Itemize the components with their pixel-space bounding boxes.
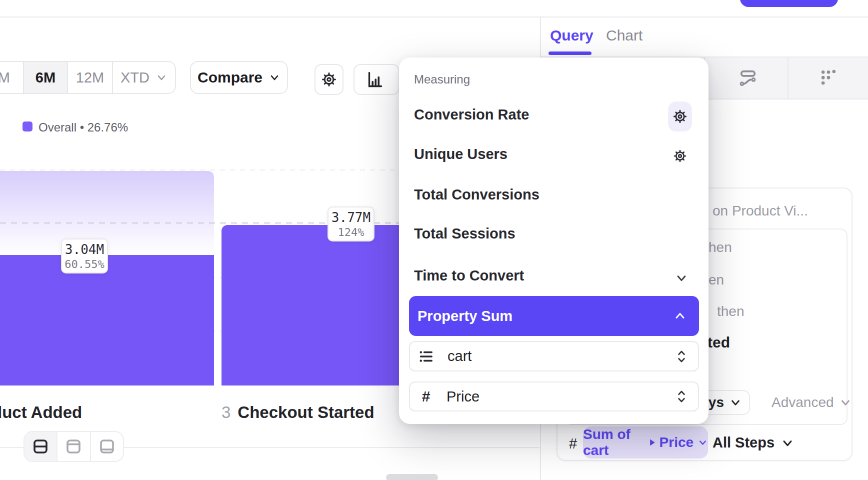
chevron-down-icon [698,436,708,449]
compare-label: Compare [198,69,262,86]
conversion-rate-settings-button[interactable] [668,102,692,132]
advanced-label: Advanced [772,394,834,410]
bar-2-value-tooltip: 3.77M 124% [328,206,374,242]
legend-swatch[interactable] [22,122,32,132]
horizontal-scrollbar-thumb[interactable] [386,474,438,480]
layout-split-icon [32,438,50,456]
range-xtd-label: XTD [120,70,150,86]
all-steps-label: All Steps [712,434,774,451]
date-range-segmented-control: M 6M 12M XTD [0,61,176,94]
flows-view-button[interactable] [708,58,788,98]
bar-1-value: 3.04M [65,242,104,257]
gear-icon [672,108,688,124]
range-12m-button[interactable]: 12M [68,62,113,93]
advanced-dropdown[interactable]: Advanced [772,394,852,410]
bar-2-percent: 124% [338,226,364,238]
chevron-down-icon [780,436,794,450]
bar-2-value: 3.77M [332,210,370,225]
grid-view-button[interactable] [788,58,868,98]
range-3m-button[interactable]: M [0,62,24,93]
all-steps-dropdown[interactable]: All Steps [712,434,794,451]
step-row-fragment: en [708,272,724,288]
tab-chart[interactable]: Chart [606,27,642,44]
range-xtd-button[interactable]: XTD [113,62,175,93]
dots-grid-icon [818,68,838,88]
chart-settings-button[interactable] [314,64,344,95]
menu-item-time-to-convert[interactable]: Time to Convert [414,268,524,284]
chevron-down-icon [268,72,280,84]
chart-type-button[interactable] [354,64,400,95]
layout-bottom-icon [98,438,116,456]
chevron-down-icon[interactable] [674,271,688,285]
chip-property-label: Price [660,434,694,450]
tab-query[interactable]: Query [550,27,594,44]
chevron-down-icon [729,396,742,409]
step-1-label-text: duct Added [0,403,82,422]
chevron-up-icon [673,309,687,323]
chevron-down-icon [839,396,852,409]
range-6m-button[interactable]: 6M [24,62,68,93]
layout-header-top-button[interactable] [58,432,90,461]
app-window: M 6M 12M XTD Compare [0,0,868,480]
step-label-product-added: duct Added [0,403,82,422]
range-12m-label: 12M [76,70,104,86]
list-icon [418,348,434,365]
active-tab-underline [548,52,592,55]
numeric-property-select[interactable]: # Price [409,382,699,412]
gridline [0,170,405,170]
primary-action-button[interactable] [740,0,838,7]
triangle-right-icon [649,438,656,447]
unique-users-settings-button[interactable] [672,148,688,164]
menu-item-property-sum-selected[interactable]: Property Sum [409,296,699,336]
bar-1-percent: 60.55% [64,258,104,270]
tab-query-label: Query [550,27,594,44]
step-row-fragment-selected: ted [708,334,730,351]
layout-split-rows-button[interactable] [24,432,58,461]
property-select[interactable]: cart [409,341,699,372]
header-divider [0,16,868,18]
tab-chart-label: Chart [606,27,642,44]
layout-footer-bottom-button[interactable] [91,432,123,461]
step-2-number: 3 [222,403,230,422]
menu-item-conversion-rate[interactable]: Conversion Rate [414,106,529,123]
layout-top-icon [64,438,82,456]
property-sum-label: Property Sum [418,308,512,324]
popup-title: Measuring [414,72,470,86]
menu-item-unique-users[interactable]: Unique Users [414,146,508,162]
gear-icon [320,71,338,88]
measuring-popup: Measuring Conversion Rate Unique Users [399,58,708,424]
bar-1-value-tooltip: 3.04M 60.55% [61,238,108,274]
funnel-bar-2[interactable] [222,225,405,386]
flow-icon [738,68,758,88]
legend-label[interactable]: Overall • 26.76% [38,120,128,134]
unfold-arrows-icon [675,389,688,404]
menu-item-total-conversions[interactable]: Total Conversions [414,186,540,203]
menu-item-total-sessions[interactable]: Total Sessions [414,226,516,242]
property-select-value: cart [448,348,675,364]
sum-of-property-chip[interactable]: Sum of cart Price [583,426,708,458]
card-title-truncated: on Product Vi... [712,203,808,219]
step-label-checkout-started: 3Checkout Started [222,403,374,422]
measurement-type-icon: # [569,436,577,452]
step-row-fragment: then [717,304,744,320]
bar-chart-icon [366,70,384,88]
layout-toggle-group [24,431,124,462]
gear-icon [672,148,688,164]
number-icon: # [418,388,434,405]
chevron-down-icon [156,72,168,84]
step-2-label-text: Checkout Started [238,403,374,422]
numeric-property-value: Price [446,388,675,405]
unfold-arrows-icon [675,349,688,364]
range-3m-label: M [0,70,10,86]
chip-sum-label: Sum of cart [583,426,645,458]
step-row-fragment: hen [708,240,732,256]
funnel-bar-1[interactable] [0,255,214,386]
compare-button[interactable]: Compare [190,61,288,94]
range-6m-label: 6M [36,70,56,86]
